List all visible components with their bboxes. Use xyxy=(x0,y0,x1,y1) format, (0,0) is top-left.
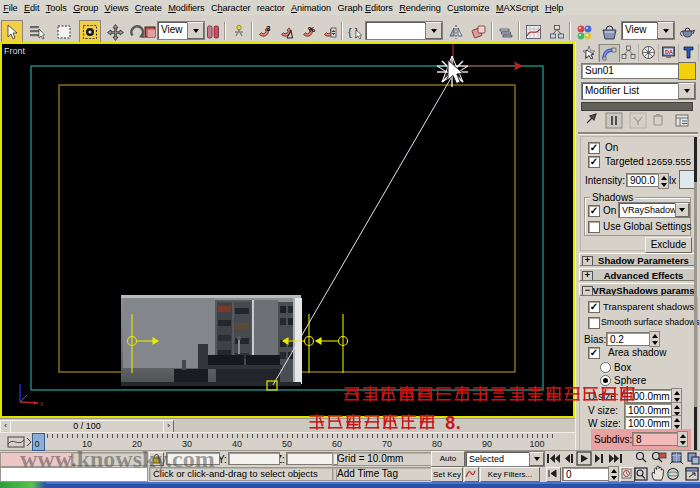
menu-reactor[interactable]: reactor xyxy=(254,3,288,13)
tab-display[interactable]: DA xyxy=(659,44,679,61)
set-key-filters-curve-button[interactable] xyxy=(464,467,479,482)
current-frame-field[interactable]: 0 xyxy=(562,467,612,481)
time-slider[interactable]: ‹ 0 / 100 › xyxy=(0,418,575,433)
menu-create[interactable]: Create xyxy=(132,3,165,13)
menu-modifiers[interactable]: Modifiers xyxy=(165,3,208,13)
pan-view-button[interactable] xyxy=(652,466,664,480)
menu-rendering[interactable]: Rendering xyxy=(396,3,444,13)
menu-customize[interactable]: Customize xyxy=(444,3,493,13)
modifier-list-arrow[interactable] xyxy=(678,83,695,99)
window-crossing-toggle[interactable] xyxy=(79,20,101,44)
tab-hierarchy[interactable] xyxy=(619,44,639,61)
go-to-end-button[interactable] xyxy=(609,454,622,463)
previous-frame-button[interactable] xyxy=(565,454,573,463)
panel-scrollbar[interactable] xyxy=(694,137,697,488)
curve-editor-button[interactable] xyxy=(522,20,544,44)
sun-on-checkbox[interactable]: ✓ xyxy=(588,142,600,154)
zoom-extents-button[interactable] xyxy=(670,453,683,464)
object-color-swatch[interactable] xyxy=(678,62,696,80)
menu-edit[interactable]: Edit xyxy=(21,3,43,13)
arc-rotate-button[interactable] xyxy=(667,469,680,480)
shadows-on-checkbox[interactable]: ✓ xyxy=(588,205,600,217)
quick-render-button[interactable] xyxy=(676,20,698,44)
transparent-shadows-checkbox[interactable]: ✓ xyxy=(588,301,600,313)
y-coord-field[interactable] xyxy=(228,452,280,465)
go-to-start-button[interactable] xyxy=(547,454,560,463)
remove-modifier-button[interactable] xyxy=(653,115,663,126)
viewport-label[interactable]: Front xyxy=(4,46,25,56)
area-shadow-checkbox[interactable]: ✓ xyxy=(588,347,600,359)
menu-graph-editors[interactable]: Graph Editors xyxy=(334,3,396,13)
render-type-dropdown-arrow[interactable] xyxy=(657,22,674,39)
intensity-field[interactable]: 900.0 xyxy=(626,173,661,187)
add-time-tag[interactable]: Add Time Tag xyxy=(332,467,438,481)
frame-spinner[interactable] xyxy=(608,466,619,482)
material-editor-button[interactable] xyxy=(573,20,595,44)
align-button[interactable] xyxy=(468,20,490,44)
reference-coordinate-system-dropdown[interactable]: View xyxy=(157,21,205,40)
selected-arrow[interactable] xyxy=(529,452,544,466)
play-animation-button[interactable] xyxy=(577,452,591,465)
named-selection-sets-dropdown[interactable] xyxy=(365,21,443,40)
named-selection-dropdown-arrow[interactable] xyxy=(425,22,442,39)
use-global-settings-checkbox[interactable] xyxy=(588,221,600,233)
tab-modify[interactable] xyxy=(599,44,620,62)
box-radio[interactable] xyxy=(600,362,611,373)
menu-views[interactable]: Views xyxy=(101,3,131,13)
object-name-field[interactable]: Sun01 xyxy=(581,63,679,79)
select-and-move-button[interactable] xyxy=(104,20,126,44)
menu-group[interactable]: Group xyxy=(70,3,101,13)
subdivs-field[interactable]: 8 xyxy=(632,432,680,446)
start-button-sliver[interactable] xyxy=(0,482,46,488)
bias-field[interactable]: 0.2 xyxy=(606,332,654,346)
modifier-stack[interactable] xyxy=(581,102,693,111)
targeted-checkbox[interactable]: ✓ xyxy=(588,156,600,168)
select-object-button[interactable] xyxy=(1,20,23,44)
intensity-spinner[interactable] xyxy=(658,173,669,189)
tab-motion[interactable] xyxy=(639,44,659,61)
zoom-button[interactable] xyxy=(637,453,647,463)
layer-manager-button[interactable] xyxy=(495,20,517,44)
exclude-button[interactable]: Exclude xyxy=(645,237,692,253)
make-unique-button[interactable] xyxy=(630,113,646,128)
tab-create[interactable] xyxy=(579,44,599,61)
smooth-surface-shadows-checkbox[interactable] xyxy=(588,317,600,329)
subdivs-spinner[interactable] xyxy=(677,431,688,447)
percent-snap-toggle-button[interactable]: % xyxy=(297,20,319,44)
select-by-name-button[interactable] xyxy=(26,20,48,44)
rectangular-selection-region-button[interactable] xyxy=(53,20,75,44)
tab-utilities[interactable] xyxy=(679,44,699,61)
menu-tools[interactable]: Tools xyxy=(43,3,70,13)
zoom-extents-all-button[interactable] xyxy=(688,453,699,464)
front-viewport[interactable]: x xyxy=(0,42,575,418)
panel-scrollbar-thumb[interactable] xyxy=(694,137,697,182)
snap-toggle-button[interactable]: 3 xyxy=(253,20,275,44)
wsize-field[interactable]: 100.0mm xyxy=(624,416,676,430)
zoom-all-button[interactable] xyxy=(653,453,667,463)
set-key-button[interactable]: Set Key xyxy=(431,467,463,482)
menu-character[interactable]: Character xyxy=(208,3,254,13)
menu-file[interactable]: File xyxy=(0,3,21,13)
shadow-type-dropdown[interactable]: VRayShadow xyxy=(618,202,690,218)
key-mode-toggle[interactable] xyxy=(546,467,561,482)
use-pivot-point-center-button[interactable] xyxy=(202,20,224,44)
bias-spinner[interactable] xyxy=(649,331,660,347)
selection-set-dropdown[interactable]: Selected xyxy=(465,451,545,467)
next-frame-button[interactable] xyxy=(595,454,603,463)
rollout-shadow-parameters[interactable]: + Shadow Parameters xyxy=(579,253,696,266)
menu-animation[interactable]: Animation xyxy=(288,3,334,13)
auto-key-button[interactable]: Auto Key xyxy=(431,451,465,467)
pin-stack-icon[interactable] xyxy=(587,114,596,123)
z-coord-field[interactable] xyxy=(286,452,338,465)
modifier-list-dropdown[interactable]: Modifier List xyxy=(581,82,696,100)
min-max-toggle-button[interactable] xyxy=(686,468,698,480)
schematic-view-button[interactable] xyxy=(546,20,568,44)
select-and-manipulate-button[interactable] xyxy=(228,20,250,44)
spinner-snap-toggle-button[interactable] xyxy=(318,20,340,44)
time-configuration-button[interactable] xyxy=(620,467,635,482)
edit-named-selection-sets-button[interactable]: { } xyxy=(344,20,366,44)
rollout-vrayshadows-params[interactable]: − VRayShadows params xyxy=(579,283,696,296)
rollout-advanced-effects[interactable]: + Advanced Effects xyxy=(579,268,696,281)
render-scene-button[interactable] xyxy=(598,20,620,44)
key-filters-button[interactable]: Key Filters... xyxy=(480,467,540,482)
